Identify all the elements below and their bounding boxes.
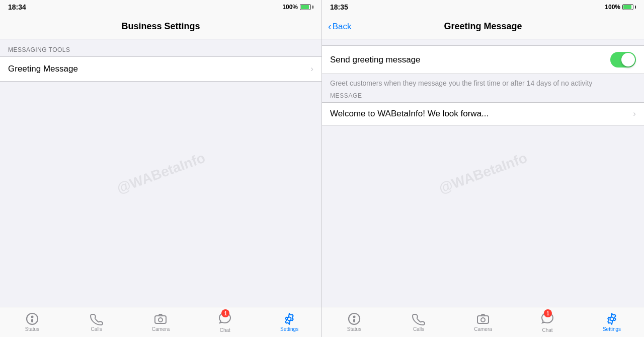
right-calls-icon [412,312,425,325]
left-tab-calls[interactable]: Calls [82,312,112,332]
message-section-label: MESSAGE [322,90,644,102]
left-tab-settings[interactable]: Settings [274,312,304,332]
left-tab-status-label: Status [25,326,39,332]
right-tab-chat[interactable]: 1 Chat [532,311,562,333]
message-preview-row[interactable]: Welcome to WABetaInfo! We look forwa... … [322,102,644,125]
left-tab-chat[interactable]: 1 Chat [210,311,240,333]
right-time: 18:35 [330,3,348,11]
right-tab-status-label: Status [347,326,361,332]
left-tab-camera-label: Camera [152,326,170,332]
messaging-tools-header: MESSAGING TOOLS [0,39,321,56]
left-battery-icon [300,4,313,10]
right-tab-settings-label: Settings [603,326,621,332]
left-list-section: Greeting Message › [0,56,321,82]
right-status-icons: 100% [605,4,636,11]
right-nav-bar: ‹ Back Greeting Message [322,14,644,39]
left-tab-settings-label: Settings [280,326,298,332]
back-label: Back [333,22,352,32]
left-tab-camera[interactable]: Camera [145,312,176,332]
greeting-description: Greet customers when they message you th… [322,74,644,90]
svg-rect-2 [31,319,33,322]
greeting-message-label: Greeting Message [8,64,310,74]
left-battery-text: 100% [282,4,298,11]
back-button[interactable]: ‹ Back [328,22,351,32]
settings-icon-right [605,312,618,325]
left-tab-status[interactable]: Status [17,312,47,332]
right-chat-badge: 1 [544,309,552,317]
left-nav-title: Business Settings [121,21,200,32]
left-panel: 18:34 100% Business Settings @WABetaInfo… [0,0,322,337]
left-nav-bar: Business Settings [0,14,321,39]
svg-point-7 [353,316,356,318]
send-greeting-row: Send greeting message [322,45,644,74]
left-tab-bar: Status Calls Camera [0,307,321,337]
calls-icon [90,312,103,325]
right-tab-bar: Status Calls Camera [322,307,644,337]
right-status-bar: 18:35 100% [322,0,644,14]
left-tab-chat-label: Chat [220,327,230,333]
left-content-wrapper: @WABetaInfo MESSAGING TOOLS Greeting Mes… [0,39,321,307]
right-tab-chat-label: Chat [542,327,552,333]
svg-point-1 [31,316,33,318]
left-status-icons: 100% [282,4,313,11]
settings-icon-left [283,312,296,325]
toggle-knob [621,53,635,66]
left-time: 18:34 [8,3,26,11]
left-tab-calls-label: Calls [91,326,102,332]
right-tab-status[interactable]: Status [339,312,369,332]
right-tab-camera[interactable]: Camera [468,312,498,332]
svg-point-4 [158,318,163,322]
message-preview-text: Welcome to WABetaInfo! We look forwa... [330,109,633,119]
right-battery-icon [622,4,636,10]
left-content-area: MESSAGING TOOLS Greeting Message › [0,39,321,307]
message-preview-chevron: › [633,109,636,119]
right-battery-text: 100% [605,4,620,11]
camera-icon [154,312,167,325]
send-greeting-toggle[interactable] [610,52,636,68]
right-nav-title: Greeting Message [444,21,522,32]
back-chevron-icon: ‹ [328,21,332,31]
right-tab-calls-label: Calls [413,326,424,332]
greeting-message-chevron: › [310,64,313,74]
right-camera-icon [476,312,490,325]
right-content-wrapper: @WABetaInfo Send greeting message Greet … [322,39,644,307]
right-status-icon [348,312,361,325]
status-icon [26,312,39,325]
right-tab-settings[interactable]: Settings [597,312,627,332]
greeting-message-row[interactable]: Greeting Message › [0,57,321,81]
send-greeting-label: Send greeting message [330,55,421,65]
right-tab-camera-label: Camera [474,326,492,332]
svg-point-10 [481,318,485,322]
svg-rect-8 [353,319,355,322]
right-content-area: Send greeting message Greet customers wh… [322,39,644,307]
right-tab-calls[interactable]: Calls [404,312,434,332]
right-panel: 18:35 100% ‹ Back Greeting Message @WABe… [322,0,644,337]
left-status-bar: 18:34 100% [0,0,321,14]
